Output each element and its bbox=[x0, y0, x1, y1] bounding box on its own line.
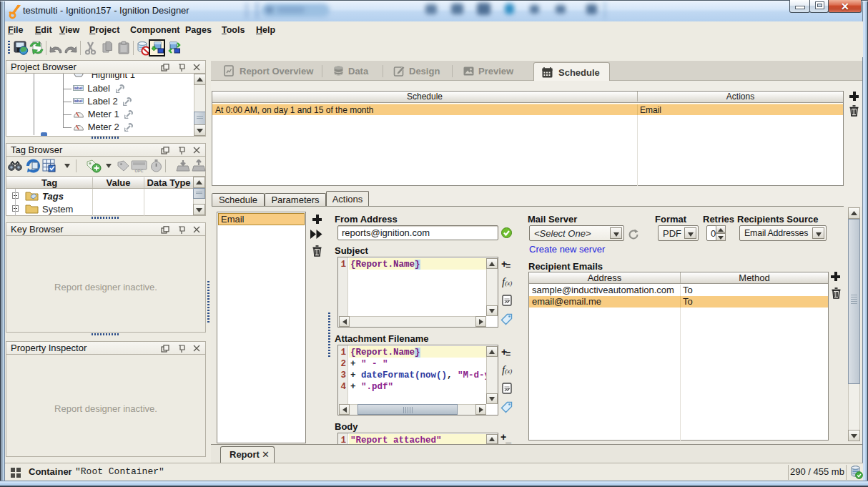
svg-text:OPC: OPC bbox=[135, 169, 144, 173]
